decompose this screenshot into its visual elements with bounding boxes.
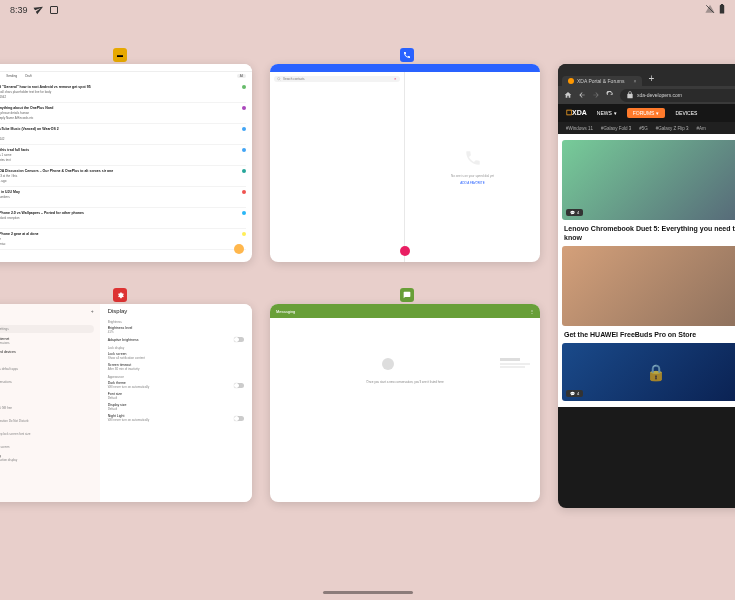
thread-item[interactable]: A drafted "General" how to root Android … <box>0 82 246 103</box>
row-sub: 41% <box>108 330 133 334</box>
messaging-app-card[interactable]: Messaging ⋮ Once you start a new convers… <box>270 304 540 502</box>
settings-category[interactable]: tery % off <box>0 389 94 397</box>
settings-category[interactable]: age used 48.25 GB free <box>0 402 94 410</box>
search-input[interactable]: earch settings <box>0 325 94 333</box>
tab[interactable]: Sending <box>6 74 17 78</box>
settings-nav: + ings earch settings work & internet Wi… <box>0 304 100 502</box>
article[interactable]: Get the HUAWEI FreeBuds Pro on Store <box>562 246 735 343</box>
nav-forums[interactable]: FORUMS▾ <box>627 108 666 118</box>
home-icon[interactable] <box>564 91 572 99</box>
nav-news[interactable]: NEWS▾ <box>597 110 617 116</box>
settings-category[interactable]: cessibility tools interaction display <box>0 454 94 462</box>
gesture-handle[interactable] <box>323 591 413 594</box>
mic-icon[interactable]: ✕ <box>394 77 397 81</box>
back-icon[interactable] <box>578 91 586 99</box>
thread-meta: By User — ago <box>0 179 246 183</box>
search-input[interactable]: Search contacts ✕ <box>274 76 400 82</box>
thread-meta: By User <box>0 221 246 225</box>
new-tab-button[interactable]: + <box>648 73 654 84</box>
right-pane: No one is on your speed dial yet ADD A F… <box>405 72 540 262</box>
article[interactable]: 💬 4 Lenovo Chromebook Duet 5: Everything… <box>562 140 735 246</box>
dialer-fab[interactable] <box>400 246 410 256</box>
toolbar <box>0 64 252 72</box>
thread-item[interactable]: XLPU 2 Phone 2 gear at al done Lines mor… <box>0 229 246 250</box>
settings-row[interactable]: Dark theme Will never turn on automatica… <box>108 381 244 389</box>
row-sub: Show all notification content <box>108 356 145 360</box>
thread-title: A drafted "General" how to root Android … <box>0 85 246 89</box>
add-icon[interactable]: + <box>91 308 94 314</box>
subnav-link[interactable]: #5G <box>639 126 648 131</box>
add-favorite-link[interactable]: ADD A FAVORITE <box>460 181 484 185</box>
category-sub: story conversations <box>0 380 94 384</box>
category-sub: mgmt apps default apps <box>0 367 94 371</box>
settings-category[interactable]: and volume vibration Do Not Disturb <box>0 415 94 423</box>
tabs: Incoming Sending Draft All <box>0 72 252 80</box>
email-app-card[interactable]: Incoming Sending Draft All A drafted "Ge… <box>0 64 252 262</box>
contacts-app-card[interactable]: Search contacts ✕ No one is on your spee… <box>270 64 540 262</box>
badge-icon <box>242 85 246 89</box>
toggle[interactable] <box>234 337 244 342</box>
toggle[interactable] <box>234 383 244 388</box>
thread-item[interactable]: (viewed) in UJU May 12 Extra numbers By … <box>0 187 246 208</box>
category-sub: Wi-Fi off sessions <box>0 341 94 345</box>
compose-fab[interactable] <box>234 244 244 254</box>
refresh-icon[interactable] <box>606 91 614 99</box>
svg-rect-0 <box>720 5 724 13</box>
settings-row[interactable]: Font size Default <box>108 392 244 400</box>
article-image: 💬 4 <box>562 140 735 220</box>
card4-app-icon[interactable] <box>113 288 127 302</box>
thread-item[interactable]: Now for this trad full facts Operations … <box>0 145 246 166</box>
status-bar: 8:39 <box>0 0 735 20</box>
thread-item[interactable]: 10PJ YouTube Music (Vanced) on WearOS 2 … <box>0 124 246 145</box>
thread-item[interactable]: PC#L IXDA Discussion Censors – Our Phone… <box>0 166 246 187</box>
article[interactable]: 🔒 💬 4 <box>562 343 735 401</box>
subnav-link[interactable]: #Galaxy Fold 3 <box>601 126 631 131</box>
subnav-link[interactable]: #Galaxy Z Flip 3 <box>656 126 689 131</box>
settings-category[interactable]: ps mgmt apps default apps <box>0 363 94 371</box>
thread-meta: By User Reply Name A Records etc <box>0 116 246 120</box>
forward-icon[interactable] <box>592 91 600 99</box>
thread-item[interactable]: As Me Anything about the OnePlus Nord Li… <box>0 103 246 124</box>
all-button[interactable]: All <box>237 74 246 78</box>
browser-tab[interactable]: XDA Portal & Forums × <box>562 76 642 86</box>
article-title: Lenovo Chromebook Duet 5: Everything you… <box>562 220 735 246</box>
category-sub: volume vibration Do Not Disturb <box>0 419 94 423</box>
settings-category[interactable]: Connected devices Bluetooth <box>0 350 94 358</box>
thread-preview: Lines more <box>0 237 246 241</box>
url-text: xda-developers.com <box>637 92 682 98</box>
settings-row[interactable]: Night Light Will never turn on automatic… <box>108 414 244 422</box>
settings-category[interactable]: work & internet Wi-Fi off sessions <box>0 337 94 345</box>
settings-row[interactable]: Brightness level 41% <box>108 326 244 334</box>
settings-category[interactable]: fications story conversations <box>0 376 94 384</box>
subnav-link[interactable]: #Am <box>697 126 706 131</box>
tab[interactable]: Draft <box>25 74 32 78</box>
settings-row[interactable]: Screen timeout After 30 min of inactivit… <box>108 363 244 371</box>
menu-icon[interactable]: ⋮ <box>530 309 534 314</box>
toggle[interactable] <box>234 416 244 421</box>
card5-app-icon[interactable] <box>400 288 414 302</box>
thread-title: Now for this trad full facts <box>0 148 246 152</box>
card1-app-icon[interactable]: ▬ <box>113 48 127 62</box>
settings-category[interactable]: play theme sleep lock screen font size <box>0 428 94 436</box>
category-sub: home lock screen <box>0 445 94 449</box>
settings-category[interactable]: llpaper home lock screen <box>0 441 94 449</box>
settings-row[interactable]: Lock screen Show all notification conten… <box>108 352 244 360</box>
settings-app-card[interactable]: + ings earch settings work & internet Wi… <box>0 304 252 502</box>
comment-badge[interactable]: 💬 4 <box>566 390 583 397</box>
browser-app-card[interactable]: XDA Portal & Forums × + xda-developers.c… <box>558 64 735 508</box>
app-bar <box>270 64 540 72</box>
comment-badge[interactable]: 💬 4 <box>566 209 583 216</box>
section-label: Lock display <box>108 346 244 350</box>
empty-text: Once you start a new conversation, you'l… <box>280 380 530 384</box>
settings-row[interactable]: Display size Default <box>108 403 244 411</box>
settings-row[interactable]: Adaptive brightness <box>108 337 244 342</box>
badge-icon <box>242 148 246 152</box>
url-bar[interactable]: xda-developers.com <box>620 89 735 102</box>
close-icon[interactable]: × <box>634 78 637 84</box>
thread-title: XLPU 2 Phone 2 gear at al done <box>0 232 246 236</box>
thread-item[interactable]: XLPU 2 Phone 2.0 vs Wallpapers – Ported … <box>0 208 246 229</box>
card2-app-icon[interactable] <box>400 48 414 62</box>
nav-devices[interactable]: DEVICES <box>675 110 697 116</box>
xda-logo[interactable]: ☐XDA <box>566 109 587 117</box>
subnav-link[interactable]: #Windows 11 <box>566 126 593 131</box>
